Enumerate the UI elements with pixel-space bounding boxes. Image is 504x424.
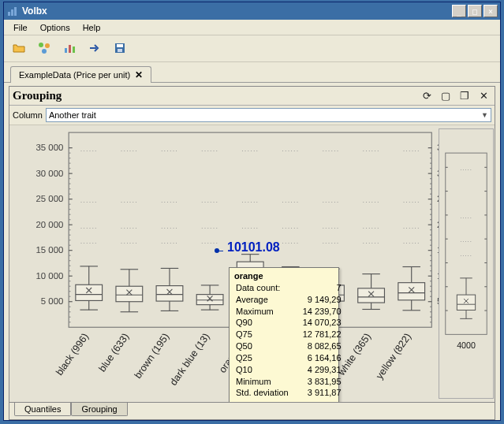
svg-point-3 <box>39 43 43 47</box>
tooltip-row-value: 3 911,87 <box>290 387 343 399</box>
panel-header: Grouping ⟳ ▢ ❐ ✕ <box>9 87 495 106</box>
svg-text:······: ······ <box>322 147 339 154</box>
chart-button[interactable] <box>59 39 80 59</box>
svg-text:······: ······ <box>80 239 98 247</box>
column-select-value: Another trait <box>49 110 96 120</box>
svg-rect-1 <box>11 9 13 16</box>
minimize-button[interactable]: _ <box>452 5 466 17</box>
svg-text:······: ······ <box>121 198 138 206</box>
tooltip-row-value: 14 239,70 <box>290 306 343 318</box>
svg-rect-144 <box>196 295 223 305</box>
chevron-down-icon: ▼ <box>481 111 488 119</box>
svg-point-4 <box>45 43 50 48</box>
svg-text:······: ······ <box>121 224 138 232</box>
menu-help[interactable]: Help <box>77 21 107 34</box>
svg-text:black (996): black (996) <box>54 331 91 378</box>
document-tabstrip: ExampleData (Price per unit) ✕ <box>4 62 500 83</box>
svg-text:·····: ····· <box>460 252 472 259</box>
svg-text:5 000: 5 000 <box>41 296 63 306</box>
svg-rect-237 <box>457 295 475 310</box>
svg-rect-2 <box>14 7 17 16</box>
nodes-icon <box>37 41 51 57</box>
svg-text:4000: 4000 <box>457 340 476 350</box>
tooltip-table: Data count:7Average9 149,29Maximum14 239… <box>234 282 343 399</box>
svg-text:20 000: 20 000 <box>36 220 64 229</box>
callout-dot <box>215 248 219 253</box>
callout-value: 10101.08 <box>227 240 280 255</box>
svg-rect-6 <box>65 48 67 53</box>
export-button[interactable] <box>84 39 105 59</box>
svg-text:······: ······ <box>201 147 218 154</box>
svg-text:······: ······ <box>403 224 420 232</box>
document-tab[interactable]: ExampleData (Price per unit) ✕ <box>10 66 151 83</box>
tooltip-row-value: 3 831,95 <box>290 376 343 388</box>
svg-text:······: ······ <box>201 224 218 232</box>
panel-restore-button[interactable]: ❐ <box>457 89 472 103</box>
tab-grouping[interactable]: Grouping <box>71 403 127 416</box>
titlebar: Volbx _ □ × <box>4 2 500 20</box>
panel-new-button[interactable]: ▢ <box>438 89 454 103</box>
svg-rect-118 <box>116 286 143 302</box>
panel-refresh-button[interactable]: ⟳ <box>419 89 435 103</box>
svg-text:25 000: 25 000 <box>36 194 64 203</box>
floppy-icon <box>113 41 127 57</box>
menu-options[interactable]: Options <box>34 21 77 34</box>
app-window: Volbx _ □ × File Options Help ExampleDat… <box>3 2 501 421</box>
menubar: File Options Help <box>4 20 500 35</box>
grouping-panel: Grouping ⟳ ▢ ❐ ✕ Column Another trait ▼ … <box>9 86 495 420</box>
column-selector-row: Column Another trait ▼ <box>9 106 495 125</box>
column-select[interactable]: Another trait ▼ <box>46 108 491 122</box>
svg-text:······: ······ <box>161 147 178 154</box>
tooltip-row-label: Maximum <box>234 306 290 318</box>
svg-rect-8 <box>73 46 75 53</box>
tooltip-row-label: Q25 <box>234 352 290 364</box>
svg-text:······: ······ <box>403 239 420 247</box>
svg-text:······: ······ <box>282 147 299 154</box>
maximize-button[interactable]: □ <box>468 5 482 17</box>
svg-rect-11 <box>118 49 122 52</box>
tooltip: orange Data count:7Average9 149,29Maximu… <box>229 267 339 402</box>
svg-text:······: ······ <box>322 239 339 247</box>
tooltip-row-value: 4 299,31 <box>290 364 343 376</box>
tooltip-row-value: 6 164,16 <box>290 352 343 364</box>
svg-text:······: ······ <box>403 147 420 154</box>
svg-text:······: ······ <box>161 224 178 232</box>
svg-text:brown (195): brown (195) <box>133 331 172 381</box>
svg-text:······: ······ <box>201 239 218 247</box>
close-button[interactable]: × <box>483 5 498 17</box>
svg-text:······: ······ <box>241 147 259 154</box>
close-icon: ✕ <box>480 90 488 102</box>
svg-text:······: ······ <box>363 147 380 154</box>
svg-text:······: ······ <box>322 198 339 206</box>
document-tab-close-icon[interactable]: ✕ <box>135 69 143 80</box>
svg-text:35 000: 35 000 <box>36 143 64 152</box>
arrow-right-icon <box>88 41 102 57</box>
chart-area[interactable]: 5 0005 00010 00010 00015 00015 00020 000… <box>9 125 495 402</box>
svg-text:······: ······ <box>363 239 380 247</box>
panel-close-button[interactable]: ✕ <box>476 89 491 103</box>
svg-text:10 000: 10 000 <box>36 271 64 281</box>
svg-text:······: ······ <box>363 198 380 206</box>
tab-quantiles[interactable]: Quantiles <box>14 403 71 416</box>
svg-text:······: ······ <box>201 198 218 206</box>
svg-text:dark blue (13): dark blue (13) <box>168 331 212 387</box>
filter-button[interactable] <box>34 39 54 59</box>
svg-rect-196 <box>358 288 385 303</box>
svg-text:15 000: 15 000 <box>36 245 64 255</box>
svg-text:30 000: 30 000 <box>36 169 64 178</box>
app-icon <box>6 5 19 17</box>
tooltip-row-label: Q50 <box>234 340 290 352</box>
tooltip-row-label: Average <box>234 294 290 306</box>
open-file-button[interactable] <box>9 39 29 59</box>
menu-file[interactable]: File <box>7 21 34 34</box>
svg-text:······: ······ <box>80 147 98 154</box>
summary-boxplot: ····················4000 <box>439 129 493 398</box>
panel-title: Grouping <box>13 89 416 102</box>
save-button[interactable] <box>110 39 130 59</box>
svg-text:······: ······ <box>241 224 259 232</box>
svg-text:······: ······ <box>161 239 178 247</box>
svg-text:·····: ····· <box>460 214 472 221</box>
tooltip-row-label: Q90 <box>234 317 290 329</box>
svg-rect-10 <box>117 44 123 47</box>
tooltip-title: orange <box>234 271 263 281</box>
